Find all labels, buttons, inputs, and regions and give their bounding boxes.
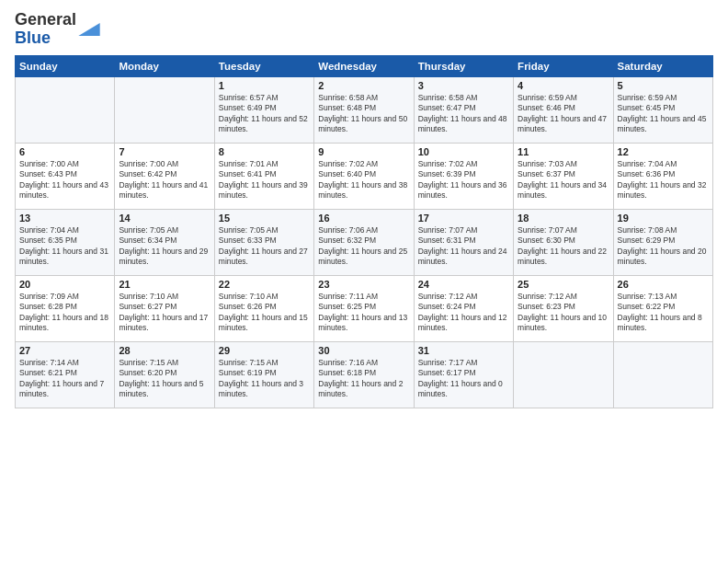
day-number: 1 [219, 80, 310, 91]
calendar-cell: 24Sunrise: 7:12 AMSunset: 6:24 PMDayligh… [414, 275, 513, 341]
cell-info: Sunrise: 7:04 AMSunset: 6:35 PMDaylight:… [19, 225, 110, 268]
cell-info: Sunrise: 7:07 AMSunset: 6:31 PMDaylight:… [418, 225, 509, 268]
calendar-cell: 29Sunrise: 7:15 AMSunset: 6:19 PMDayligh… [214, 341, 313, 408]
day-number: 29 [219, 345, 310, 356]
cell-info: Sunrise: 7:02 AMSunset: 6:40 PMDaylight:… [318, 159, 409, 201]
day-number: 19 [618, 213, 709, 224]
day-number: 11 [518, 146, 609, 157]
day-number: 23 [318, 279, 409, 290]
cell-info: Sunrise: 6:59 AMSunset: 6:45 PMDaylight:… [618, 93, 709, 135]
cell-info: Sunrise: 7:11 AMSunset: 6:25 PMDaylight:… [318, 292, 409, 334]
calendar-cell: 6Sunrise: 7:00 AMSunset: 6:43 PMDaylight… [16, 143, 115, 209]
calendar-cell: 22Sunrise: 7:10 AMSunset: 6:26 PMDayligh… [214, 275, 313, 341]
cell-info: Sunrise: 7:09 AMSunset: 6:28 PMDaylight:… [19, 292, 110, 334]
calendar-cell: 2Sunrise: 6:58 AMSunset: 6:48 PMDaylight… [314, 76, 414, 143]
day-number: 8 [219, 146, 310, 157]
calendar-week-1: 1Sunrise: 6:57 AMSunset: 6:49 PMDaylight… [16, 76, 713, 143]
calendar-cell: 30Sunrise: 7:16 AMSunset: 6:18 PMDayligh… [314, 341, 414, 408]
calendar-cell: 13Sunrise: 7:04 AMSunset: 6:35 PMDayligh… [16, 209, 115, 275]
calendar-cell: 17Sunrise: 7:07 AMSunset: 6:31 PMDayligh… [414, 209, 513, 275]
cell-info: Sunrise: 7:02 AMSunset: 6:39 PMDaylight:… [418, 159, 509, 201]
cell-info: Sunrise: 7:15 AMSunset: 6:19 PMDaylight:… [219, 358, 310, 400]
cell-info: Sunrise: 6:59 AMSunset: 6:46 PMDaylight:… [518, 93, 609, 135]
calendar-cell: 10Sunrise: 7:02 AMSunset: 6:39 PMDayligh… [414, 143, 513, 209]
svg-marker-0 [78, 23, 99, 36]
logo-icon [78, 23, 100, 36]
col-header-sunday: Sunday [16, 55, 115, 76]
col-header-saturday: Saturday [613, 55, 712, 76]
calendar-cell: 31Sunrise: 7:17 AMSunset: 6:17 PMDayligh… [414, 341, 513, 408]
cell-info: Sunrise: 7:13 AMSunset: 6:22 PMDaylight:… [618, 292, 709, 334]
logo-text: General Blue [15, 11, 76, 48]
cell-info: Sunrise: 7:05 AMSunset: 6:34 PMDaylight:… [119, 225, 210, 268]
calendar-cell: 23Sunrise: 7:11 AMSunset: 6:25 PMDayligh… [314, 275, 414, 341]
calendar-cell: 11Sunrise: 7:03 AMSunset: 6:37 PMDayligh… [514, 143, 613, 209]
page: General Blue SundayMondayTuesdayWednesda… [0, 0, 728, 563]
day-number: 30 [318, 345, 409, 356]
cell-info: Sunrise: 7:01 AMSunset: 6:41 PMDaylight:… [219, 159, 310, 201]
logo: General Blue [15, 11, 100, 48]
cell-info: Sunrise: 7:05 AMSunset: 6:33 PMDaylight:… [219, 225, 310, 268]
day-number: 2 [318, 80, 409, 91]
day-number: 12 [618, 146, 709, 157]
calendar-cell: 14Sunrise: 7:05 AMSunset: 6:34 PMDayligh… [115, 209, 214, 275]
calendar-cell: 15Sunrise: 7:05 AMSunset: 6:33 PMDayligh… [214, 209, 313, 275]
cell-info: Sunrise: 7:00 AMSunset: 6:42 PMDaylight:… [119, 159, 210, 201]
cell-info: Sunrise: 7:04 AMSunset: 6:36 PMDaylight:… [618, 159, 709, 201]
cell-info: Sunrise: 7:17 AMSunset: 6:17 PMDaylight:… [418, 358, 509, 400]
cell-info: Sunrise: 7:03 AMSunset: 6:37 PMDaylight:… [518, 159, 609, 201]
calendar-cell: 18Sunrise: 7:07 AMSunset: 6:30 PMDayligh… [514, 209, 613, 275]
cell-info: Sunrise: 7:00 AMSunset: 6:43 PMDaylight:… [19, 159, 110, 201]
calendar-cell: 9Sunrise: 7:02 AMSunset: 6:40 PMDaylight… [314, 143, 414, 209]
day-number: 10 [418, 146, 509, 157]
cell-info: Sunrise: 7:07 AMSunset: 6:30 PMDaylight:… [518, 225, 609, 268]
calendar-cell: 12Sunrise: 7:04 AMSunset: 6:36 PMDayligh… [613, 143, 712, 209]
calendar-week-3: 13Sunrise: 7:04 AMSunset: 6:35 PMDayligh… [16, 209, 713, 275]
day-number: 28 [119, 345, 210, 356]
cell-info: Sunrise: 7:10 AMSunset: 6:26 PMDaylight:… [219, 292, 310, 334]
day-number: 20 [19, 279, 110, 290]
day-number: 17 [418, 213, 509, 224]
logo-blue: Blue [15, 29, 51, 47]
day-number: 24 [418, 279, 509, 290]
day-number: 27 [19, 345, 110, 356]
logo-general: General [15, 10, 76, 29]
day-number: 14 [119, 213, 210, 224]
day-number: 3 [418, 80, 509, 91]
col-header-tuesday: Tuesday [214, 55, 313, 76]
calendar-cell: 7Sunrise: 7:00 AMSunset: 6:42 PMDaylight… [115, 143, 214, 209]
calendar-cell: 25Sunrise: 7:12 AMSunset: 6:23 PMDayligh… [514, 275, 613, 341]
col-header-monday: Monday [115, 55, 214, 76]
cell-info: Sunrise: 7:08 AMSunset: 6:29 PMDaylight:… [618, 225, 709, 268]
calendar-table: SundayMondayTuesdayWednesdayThursdayFrid… [15, 55, 713, 408]
day-number: 25 [518, 279, 609, 290]
calendar-cell: 5Sunrise: 6:59 AMSunset: 6:45 PMDaylight… [613, 76, 712, 143]
calendar-cell: 26Sunrise: 7:13 AMSunset: 6:22 PMDayligh… [613, 275, 712, 341]
calendar-cell: 20Sunrise: 7:09 AMSunset: 6:28 PMDayligh… [16, 275, 115, 341]
cell-info: Sunrise: 6:58 AMSunset: 6:48 PMDaylight:… [318, 93, 409, 135]
day-number: 18 [518, 213, 609, 224]
col-header-friday: Friday [514, 55, 613, 76]
day-number: 7 [119, 146, 210, 157]
calendar-cell: 28Sunrise: 7:15 AMSunset: 6:20 PMDayligh… [115, 341, 214, 408]
cell-info: Sunrise: 7:14 AMSunset: 6:21 PMDaylight:… [19, 358, 110, 400]
day-number: 16 [318, 213, 409, 224]
header: General Blue [15, 11, 713, 48]
calendar-cell: 1Sunrise: 6:57 AMSunset: 6:49 PMDaylight… [214, 76, 313, 143]
calendar-cell: 8Sunrise: 7:01 AMSunset: 6:41 PMDaylight… [214, 143, 313, 209]
calendar-cell [16, 76, 115, 143]
day-number: 21 [119, 279, 210, 290]
header-row: SundayMondayTuesdayWednesdayThursdayFrid… [16, 55, 713, 76]
calendar-cell [613, 341, 712, 408]
day-number: 26 [618, 279, 709, 290]
cell-info: Sunrise: 7:16 AMSunset: 6:18 PMDaylight:… [318, 358, 409, 400]
cell-info: Sunrise: 7:12 AMSunset: 6:24 PMDaylight:… [418, 292, 509, 334]
calendar-week-5: 27Sunrise: 7:14 AMSunset: 6:21 PMDayligh… [16, 341, 713, 408]
day-number: 9 [318, 146, 409, 157]
cell-info: Sunrise: 7:12 AMSunset: 6:23 PMDaylight:… [518, 292, 609, 334]
calendar-cell [115, 76, 214, 143]
calendar-cell: 27Sunrise: 7:14 AMSunset: 6:21 PMDayligh… [16, 341, 115, 408]
day-number: 13 [19, 213, 110, 224]
cell-info: Sunrise: 7:06 AMSunset: 6:32 PMDaylight:… [318, 225, 409, 268]
cell-info: Sunrise: 7:15 AMSunset: 6:20 PMDaylight:… [119, 358, 210, 400]
